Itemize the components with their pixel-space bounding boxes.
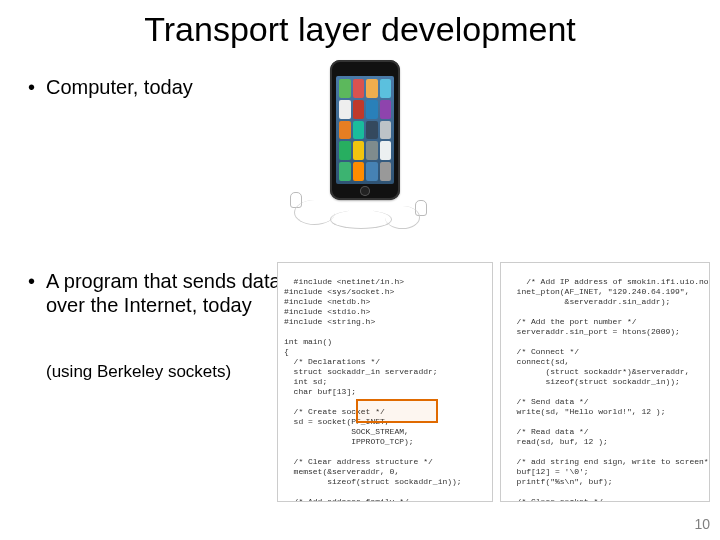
bullet-program-sends-data: A program that sends data over the Inter…: [46, 270, 291, 317]
subline-berkeley-sockets: (using Berkeley sockets): [46, 362, 231, 382]
bullet-computer-today: Computer, today: [46, 76, 193, 100]
page-number: 10: [694, 516, 710, 532]
code-text-right: /* Add IP address of smokin.ifi.uio.no *…: [507, 277, 710, 502]
phone-icon: [330, 60, 400, 200]
code-text-left: #include <netinet/in.h> #include <sys/so…: [284, 277, 462, 502]
code-pane-left: #include <netinet/in.h> #include <sys/so…: [277, 262, 493, 502]
iphone-with-earbuds-image: [290, 60, 450, 230]
code-pane-right: /* Add IP address of smokin.ifi.uio.no *…: [500, 262, 710, 502]
slide-title: Transport layer development: [0, 10, 720, 49]
